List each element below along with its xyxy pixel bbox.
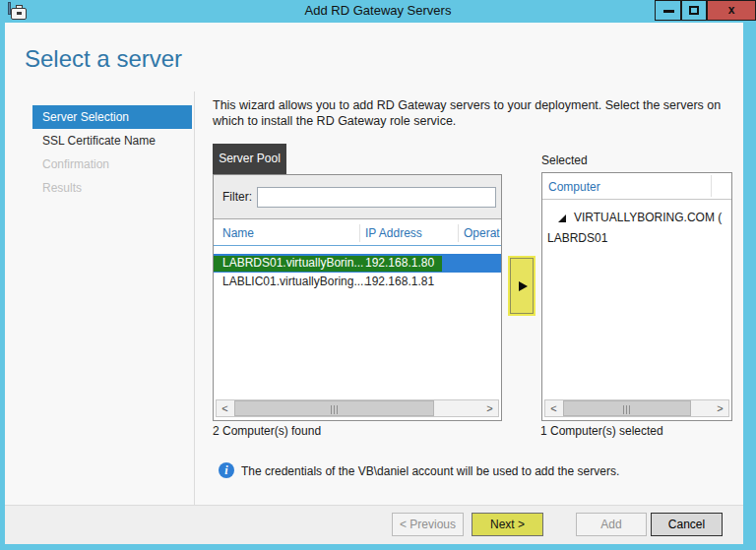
title-bar[interactable]: Add RD Gateway Servers x <box>0 0 756 23</box>
filter-input[interactable] <box>257 187 496 208</box>
sidebar-item-confirmation: Confirmation <box>32 153 192 176</box>
filter-label: Filter: <box>222 190 252 204</box>
sidebar-item-server-selection[interactable]: Server Selection <box>32 105 192 129</box>
selected-panel-label: Selected <box>541 153 588 167</box>
credentials-info-text: The credentials of the VB\daniel account… <box>241 464 619 478</box>
column-divider <box>458 224 459 242</box>
sidebar-item-results: Results <box>32 176 192 200</box>
sidebar-item-ssl-certificate-name[interactable]: SSL Certificate Name <box>32 129 192 153</box>
tree-node-domain[interactable]: VIRTUALLYBORING.COM ( <box>542 209 731 227</box>
server-name-cell: LABRDS01.virtuallyBorin... <box>222 254 363 273</box>
maximize-button[interactable] <box>681 0 707 21</box>
scrollbar-thumb[interactable] <box>563 400 691 416</box>
selected-table-header: Computer <box>542 173 731 200</box>
scroll-right-icon[interactable]: > <box>481 400 498 416</box>
scrollbar-grip-icon <box>623 405 631 414</box>
scroll-left-icon[interactable]: < <box>545 400 562 416</box>
minimize-icon <box>663 10 674 13</box>
tree-expanded-icon[interactable] <box>558 214 566 222</box>
arrow-right-icon <box>519 281 528 291</box>
sidebar-divider <box>194 92 195 505</box>
selected-horizontal-scrollbar[interactable]: < > <box>544 399 729 417</box>
column-divider <box>711 175 712 197</box>
cancel-button[interactable]: Cancel <box>651 513 723 536</box>
previous-button: < Previous <box>392 513 464 536</box>
scrollbar-thumb[interactable] <box>234 400 434 416</box>
scroll-left-icon[interactable]: < <box>217 400 233 416</box>
tab-server-pool[interactable]: Server Pool <box>213 144 286 174</box>
next-button[interactable]: Next > <box>472 513 543 536</box>
scrollbar-grip-icon <box>331 405 339 414</box>
window-title: Add RD Gateway Servers <box>0 3 756 18</box>
add-server-arrow-button[interactable] <box>510 258 534 314</box>
filter-strip: Filter: <box>214 175 501 219</box>
server-pool-horizontal-scrollbar[interactable]: < > <box>216 399 499 417</box>
close-button[interactable]: x <box>707 0 756 21</box>
tree-node-server[interactable]: LABRDS01 <box>547 229 607 248</box>
table-row[interactable]: LABLIC01.virtuallyBoring.... 192.168.1.8… <box>214 273 501 291</box>
selected-computers-panel: Computer VIRTUALLYBORING.COM ( LABRDS01 … <box>541 172 732 421</box>
domain-name-label: VIRTUALLYBORING.COM ( <box>574 209 722 227</box>
server-pool-panel: Filter: Name IP Address Operat LABRDS01.… <box>213 174 502 421</box>
column-header-operating-system[interactable]: Operat <box>464 226 500 240</box>
computers-found-status: 2 Computer(s) found <box>213 424 321 438</box>
page-title: Select a server <box>25 45 182 73</box>
server-name-cell: LABLIC01.virtuallyBoring.... <box>222 273 367 291</box>
server-ip-cell: 192.168.1.81 <box>365 273 434 291</box>
column-header-computer[interactable]: Computer <box>548 180 600 194</box>
table-row-selected[interactable]: LABRDS01.virtuallyBorin... 192.168.1.80 <box>214 254 501 273</box>
column-header-ip-address[interactable]: IP Address <box>365 226 422 240</box>
wizard-window: Add RD Gateway Servers x Select a server… <box>0 0 756 550</box>
wizard-description: This wizard allows you to add RD Gateway… <box>213 97 749 129</box>
add-button: Add <box>576 513 647 536</box>
scroll-right-icon[interactable]: > <box>712 400 728 416</box>
server-ip-cell: 192.168.1.80 <box>365 254 434 273</box>
wizard-steps-sidebar: Server Selection SSL Certificate Name Co… <box>32 105 192 200</box>
maximize-icon <box>689 6 699 15</box>
computers-selected-status: 1 Computer(s) selected <box>540 424 663 438</box>
info-icon: i <box>219 462 234 478</box>
column-header-name[interactable]: Name <box>222 226 254 240</box>
server-table-header: Name IP Address Operat <box>214 220 501 246</box>
minimize-button[interactable] <box>655 0 681 21</box>
column-divider <box>359 224 360 242</box>
